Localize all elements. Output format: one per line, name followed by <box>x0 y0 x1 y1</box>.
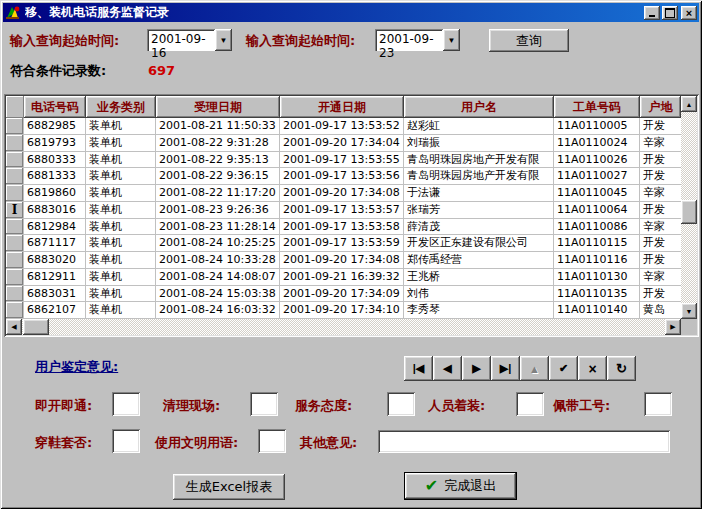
cell-username: 王兆桥 <box>404 269 554 286</box>
cell-category: 装单机 <box>86 168 156 185</box>
table-row[interactable]: 6812984 装单机 2001-08-23 11:28:14 2001-09-… <box>6 219 697 236</box>
cell-workorder: 11A0110116 <box>554 252 640 269</box>
user-appraisal-link[interactable]: 用户鉴定意见: <box>35 358 118 376</box>
column-header-phone[interactable]: 电话号码 <box>24 96 86 118</box>
nav-last-button[interactable]: ▶| <box>491 356 520 381</box>
scroll-up-button[interactable]: ▲ <box>681 96 697 112</box>
cell-address: 辛家 <box>640 219 681 236</box>
field-staff-dress[interactable] <box>516 392 544 416</box>
row-indicator[interactable] <box>6 252 24 269</box>
finish-exit-button[interactable]: ✔ 完成退出 <box>404 472 517 500</box>
field-badge-worn[interactable] <box>644 392 672 416</box>
nav-prior-button[interactable]: ◀ <box>433 356 462 381</box>
table-row[interactable]: 6871117 装单机 2001-08-24 10:25:25 2001-09-… <box>6 235 697 252</box>
horizontal-scroll-thumb[interactable] <box>23 319 49 335</box>
column-header-address[interactable]: 户地 <box>640 96 681 118</box>
scroll-left-button[interactable]: ◀ <box>6 319 22 335</box>
cell-accept-date: 2001-08-24 14:08:07 <box>156 269 280 286</box>
column-header-open-date[interactable]: 开通日期 <box>280 96 404 118</box>
row-indicator[interactable] <box>6 235 24 252</box>
table-row[interactable]: 6881333 装单机 2001-08-22 9:36:15 2001-09-1… <box>6 168 697 185</box>
cell-category: 装单机 <box>86 235 156 252</box>
cancel-edit-icon: × <box>588 361 596 377</box>
field-shoe-covers[interactable] <box>112 429 140 453</box>
row-indicator[interactable] <box>6 286 24 303</box>
start-date-combobox[interactable]: 2001-09-16 ▼ <box>147 29 232 51</box>
cell-username: 刘瑞振 <box>404 135 554 152</box>
cell-phone: 6881333 <box>24 168 86 185</box>
nav-first-button[interactable]: |◀ <box>404 356 433 381</box>
table-row[interactable]: 6812911 装单机 2001-08-24 14:08:07 2001-09-… <box>6 269 697 286</box>
scroll-right-button[interactable]: ▶ <box>665 319 681 335</box>
cell-workorder: 11A0110140 <box>554 302 640 319</box>
generate-excel-button[interactable]: 生成Excel报表 <box>173 474 285 500</box>
cell-accept-date: 2001-08-23 11:28:14 <box>156 219 280 236</box>
cell-accept-date: 2001-08-24 10:33:28 <box>156 252 280 269</box>
horizontal-scrollbar[interactable]: ◀ ▶ <box>6 319 681 335</box>
first-record-icon: |◀ <box>413 362 425 375</box>
nav-post-button[interactable]: ✔ <box>549 356 578 381</box>
next-record-icon: ▶ <box>472 362 480 375</box>
cell-workorder: 11A0110026 <box>554 152 640 169</box>
row-indicator[interactable] <box>6 219 24 236</box>
nav-edit-button: ▲ <box>520 356 549 381</box>
column-header-accept-date[interactable]: 受理日期 <box>156 96 280 118</box>
table-row-current[interactable]: I 6883016 装单机 2001-08-23 9:26:36 2001-09… <box>6 202 697 219</box>
cell-phone: 6819860 <box>24 185 86 202</box>
cell-accept-date: 2001-08-22 9:31:28 <box>156 135 280 152</box>
query-button[interactable]: 查询 <box>489 29 569 52</box>
finish-exit-label: 完成退出 <box>444 477 496 495</box>
end-date-combobox[interactable]: 2001-09-23 ▼ <box>375 29 460 51</box>
row-indicator[interactable] <box>6 269 24 286</box>
row-indicator[interactable] <box>6 152 24 169</box>
column-header-category[interactable]: 业务类别 <box>86 96 156 118</box>
column-header-workorder[interactable]: 工单号码 <box>554 96 640 118</box>
field-label-staff-dress: 人员着装: <box>428 397 485 415</box>
row-indicator-current[interactable]: I <box>6 202 24 219</box>
vertical-scroll-thumb[interactable] <box>681 200 697 224</box>
table-row[interactable]: 6819860 装单机 2001-08-22 11:17:20 2001-09-… <box>6 185 697 202</box>
table-row[interactable]: 6883020 装单机 2001-08-24 10:33:28 2001-09-… <box>6 252 697 269</box>
field-label-site-cleanup: 清理现场: <box>163 397 220 415</box>
start-date-dropdown-button[interactable]: ▼ <box>215 29 232 51</box>
table-row[interactable]: 6819793 装单机 2001-08-22 9:31:28 2001-09-2… <box>6 135 697 152</box>
cell-username: 刘伟 <box>404 286 554 303</box>
minimize-button[interactable] <box>644 6 660 20</box>
nav-cancel-button[interactable]: × <box>578 356 607 381</box>
row-indicator[interactable] <box>6 185 24 202</box>
cell-username: 开发区正东建设有限公司 <box>404 235 554 252</box>
field-label-polite-language: 使用文明用语: <box>155 434 238 452</box>
cell-open-date: 2001-09-17 13:53:59 <box>280 235 404 252</box>
cell-open-date: 2001-09-20 17:34:08 <box>280 252 404 269</box>
table-row[interactable]: 6883031 装单机 2001-08-24 15:03:38 2001-09-… <box>6 286 697 303</box>
table-row[interactable]: 6882985 装单机 2001-08-21 11:50:33 2001-09-… <box>6 118 697 135</box>
titlebar[interactable]: 移、装机电话服务监督记录 × <box>3 3 699 22</box>
end-date-dropdown-button[interactable]: ▼ <box>443 29 460 51</box>
vertical-scrollbar[interactable]: ▲ ▼ <box>681 96 697 319</box>
cell-workorder: 11A0110086 <box>554 219 640 236</box>
cell-category: 装单机 <box>86 185 156 202</box>
table-row[interactable]: 6862107 装单机 2001-08-24 16:03:32 2001-09-… <box>6 302 697 319</box>
cell-category: 装单机 <box>86 219 156 236</box>
field-other-opinion-input[interactable] <box>378 430 670 453</box>
chevron-down-icon: ▼ <box>220 36 228 45</box>
table-row[interactable]: 6880333 装单机 2001-08-22 9:35:13 2001-09-1… <box>6 152 697 169</box>
scroll-down-button[interactable]: ▼ <box>681 303 697 319</box>
cell-username: 郑传禹经营 <box>404 252 554 269</box>
field-polite-language[interactable] <box>258 429 286 453</box>
maximize-button[interactable] <box>662 6 678 20</box>
row-indicator[interactable] <box>6 135 24 152</box>
field-service-attitude[interactable] <box>387 392 415 416</box>
row-indicator[interactable] <box>6 302 24 319</box>
close-button[interactable]: × <box>681 6 697 20</box>
field-site-cleanup[interactable] <box>250 392 278 416</box>
minimize-icon <box>649 15 655 17</box>
column-header-username[interactable]: 用户名 <box>404 96 554 118</box>
row-indicator[interactable] <box>6 168 24 185</box>
nav-refresh-button[interactable]: ↻ <box>607 356 636 381</box>
field-instant-open[interactable] <box>112 392 140 416</box>
row-indicator[interactable] <box>6 118 24 135</box>
nav-next-button[interactable]: ▶ <box>462 356 491 381</box>
scroll-down-icon: ▼ <box>686 308 693 315</box>
cell-workorder: 11A0110135 <box>554 286 640 303</box>
